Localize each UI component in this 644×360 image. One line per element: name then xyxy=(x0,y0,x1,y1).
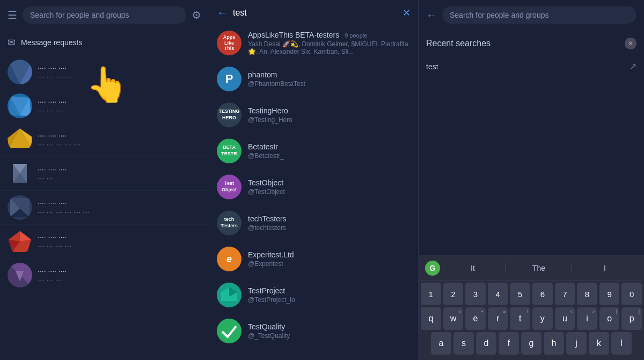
result-item[interactable]: BETATESTR Betatestr @Betatestr_ xyxy=(209,133,418,169)
key-9[interactable]: 9 xyxy=(599,283,620,305)
chat-item[interactable]: ···· ···· ···· ···· ···· ···· ···· ···· … xyxy=(0,191,209,225)
recent-item[interactable]: test ↗ xyxy=(426,56,636,77)
result-handle: Yash Desai 🚀💫, Dominik Geimer, $MIGUEL P… xyxy=(248,40,411,55)
key-w[interactable]: wx xyxy=(443,307,464,330)
result-name: TestingHero xyxy=(248,106,411,115)
result-item[interactable]: techTesters techTesters @techtesters xyxy=(209,205,418,241)
key-e[interactable]: e+ xyxy=(465,307,486,330)
result-item[interactable]: e Experitest.Ltd @Experitest xyxy=(209,241,418,277)
key-superscript: / xyxy=(526,309,528,314)
key-f[interactable]: f xyxy=(499,332,519,355)
menu-icon[interactable]: ☰ xyxy=(8,9,17,21)
chat-item[interactable]: ···· ···· ···· ···· ···· ···· xyxy=(0,89,209,123)
key-r[interactable]: r= xyxy=(488,307,508,330)
key-7[interactable]: 7 xyxy=(555,283,575,305)
result-name: TestObject xyxy=(248,178,411,187)
key-6[interactable]: 6 xyxy=(532,283,553,305)
avatar xyxy=(8,127,32,152)
key-4[interactable]: 4 xyxy=(488,283,508,305)
recent-text: test xyxy=(426,62,438,71)
avatar xyxy=(8,161,32,186)
result-item[interactable]: TestObject TestObject @TestObject xyxy=(209,169,418,205)
avatar xyxy=(8,195,32,220)
chat-name: ···· ···· ···· xyxy=(38,165,201,174)
search-input-active[interactable] xyxy=(233,8,397,18)
key-superscript: = xyxy=(503,309,506,314)
chat-content: ···· ···· ···· ···· ···· ···· ···· xyxy=(38,233,201,250)
result-name: Betatestr xyxy=(248,142,411,151)
chat-preview: ···· ···· ···· ···· ···· ···· xyxy=(38,208,201,216)
close-recent-button[interactable]: ✕ xyxy=(625,38,636,49)
key-h[interactable]: h xyxy=(544,332,564,355)
key-a[interactable]: a xyxy=(431,332,451,355)
key-q[interactable]: q xyxy=(421,307,441,330)
key-1[interactable]: 1 xyxy=(421,283,441,305)
recent-header: Recent searches ✕ xyxy=(426,38,636,49)
key-8[interactable]: 8 xyxy=(577,283,597,305)
clear-button[interactable]: ✕ xyxy=(402,7,411,19)
user-avatar xyxy=(217,319,241,343)
key-superscript: < xyxy=(570,309,573,314)
result-members: · 9 people xyxy=(341,32,367,39)
result-name: TestProject xyxy=(248,286,411,295)
result-name: TestQuality xyxy=(248,322,411,331)
user-avatar: TESTINGHERO xyxy=(217,103,241,127)
result-item[interactable]: AppsLikeThis AppsLikeThis BETA-testers ·… xyxy=(209,25,418,61)
result-handle: @TestObject xyxy=(248,188,411,196)
result-handle: @TestProject_io xyxy=(248,296,411,304)
key-superscript: > xyxy=(592,309,595,314)
result-info: phantom @PhantomBetaTest xyxy=(248,70,411,88)
recent-arrow-icon: ↗ xyxy=(630,61,636,71)
gear-icon[interactable]: ⚙ xyxy=(192,9,201,21)
q-row: q wx e+ r= t/ y u< i> o[ p] xyxy=(421,307,642,330)
key-g[interactable]: g xyxy=(521,332,541,355)
result-handle: @Testing_Hero xyxy=(248,116,411,124)
back-button[interactable]: ← xyxy=(217,6,228,19)
recent-title: Recent searches xyxy=(426,39,491,48)
suggestion-it[interactable]: It xyxy=(440,264,506,272)
user-avatar xyxy=(217,283,241,307)
user-avatar: BETATESTR xyxy=(217,139,241,163)
result-item[interactable]: P phantom @PhantomBetaTest xyxy=(209,61,418,97)
keyboard: G It The I 1 2 3 4 5 6 7 8 9 0 q wx e+ r… xyxy=(419,255,644,360)
suggestion-the[interactable]: The xyxy=(506,264,572,272)
back-button-right[interactable]: ← xyxy=(426,9,437,21)
user-avatar: techTesters xyxy=(217,211,241,235)
suggestion-i[interactable]: I xyxy=(572,264,638,272)
chat-item[interactable]: ···· ···· ···· ···· ···· xyxy=(0,157,209,191)
chat-item[interactable]: ···· ···· ···· ···· ···· ···· xyxy=(0,258,209,292)
chat-item[interactable]: ···· ···· ···· ···· ···· ···· ···· xyxy=(0,55,209,89)
result-item[interactable]: TESTINGHERO TestingHero @Testing_Hero xyxy=(209,97,418,133)
chat-item[interactable]: ···· ···· ···· ···· ···· ···· ···· ···· xyxy=(0,123,209,157)
key-s[interactable]: s xyxy=(453,332,474,355)
user-avatar: TestObject xyxy=(217,175,241,199)
result-item[interactable]: TestProject @TestProject_io xyxy=(209,277,418,313)
right-search-bar[interactable]: Search for people and groups xyxy=(442,6,636,24)
result-item[interactable]: TestQuality @_TestQuality xyxy=(209,313,418,349)
key-d[interactable]: d xyxy=(476,332,496,355)
chat-content: ···· ···· ···· ···· ···· ···· xyxy=(38,267,201,284)
left-search-bar[interactable]: Search for people and groups xyxy=(23,6,186,24)
right-panel: ← Search for people and groups Recent se… xyxy=(419,0,644,360)
chat-item[interactable]: ···· ···· ···· ···· ···· ···· ···· xyxy=(0,225,209,258)
result-info: Experitest.Ltd @Experitest xyxy=(248,250,411,268)
key-3[interactable]: 3 xyxy=(465,283,486,305)
key-p[interactable]: p] xyxy=(621,307,642,330)
key-t[interactable]: t/ xyxy=(510,307,530,330)
user-avatar: e xyxy=(217,247,241,271)
key-i[interactable]: i> xyxy=(577,307,597,330)
result-info: techTesters @techtesters xyxy=(248,214,411,232)
svg-point-26 xyxy=(217,319,241,343)
key-l[interactable]: l xyxy=(611,332,632,355)
key-0[interactable]: 0 xyxy=(621,283,642,305)
key-2[interactable]: 2 xyxy=(443,283,464,305)
key-5[interactable]: 5 xyxy=(510,283,530,305)
key-u[interactable]: u< xyxy=(555,307,575,330)
message-requests[interactable]: ✉ Message requests xyxy=(0,30,209,55)
recent-searches-section: Recent searches ✕ test ↗ xyxy=(419,30,644,85)
keyboard-suggestions: G It The I xyxy=(421,258,642,280)
key-j[interactable]: j xyxy=(566,332,587,355)
key-y[interactable]: y xyxy=(532,307,553,330)
key-o[interactable]: o[ xyxy=(599,307,620,330)
key-k[interactable]: k xyxy=(589,332,609,355)
